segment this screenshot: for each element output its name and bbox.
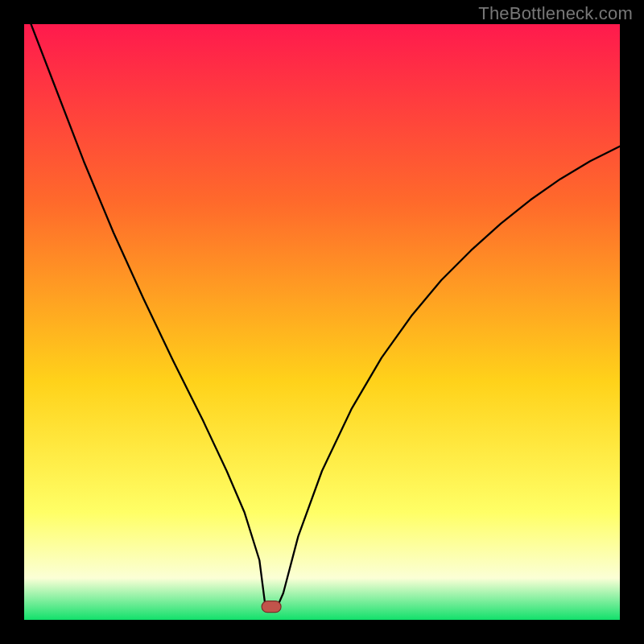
optimum-marker bbox=[262, 601, 281, 613]
plot-area bbox=[24, 24, 620, 620]
chart-svg bbox=[24, 24, 620, 620]
gradient-background bbox=[24, 24, 620, 620]
watermark-text: TheBottleneck.com bbox=[478, 3, 633, 24]
chart-frame: TheBottleneck.com bbox=[0, 0, 644, 644]
